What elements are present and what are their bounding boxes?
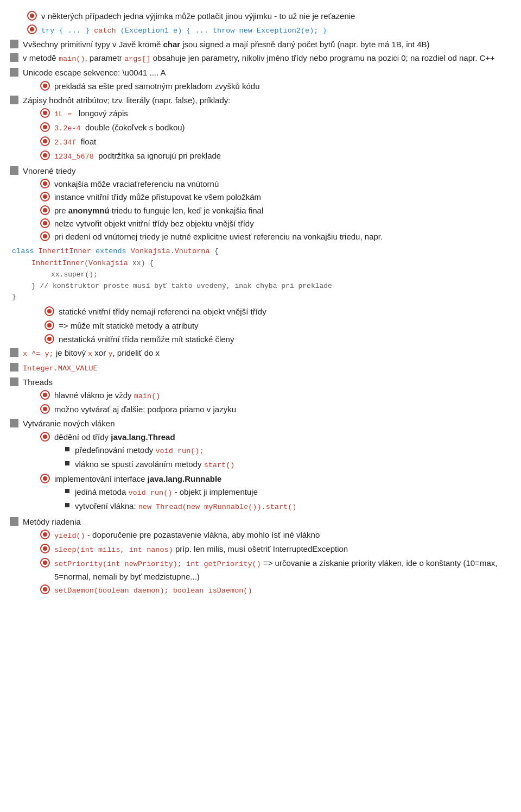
code-text: ( [84,259,88,267]
sub-item-text: hlavné vlákno je vždy main() [54,389,160,402]
sub-item-text: pri dedení od vnútornej triedy je nutné … [54,230,383,243]
list-item: v metodě main(), parametr args[] obsahuj… [10,52,509,65]
item-text: Zápisy hodnôt atribútov; tzv. literály (… [23,94,509,163]
sub-list-item: nelze vytvořit objekt vnitřní třídy bez … [23,217,509,230]
sub-item-text: setDaemon(boolean daemon); boolean isDae… [54,583,252,597]
code-inline: new Thread(new myRunnable()).start() [138,503,297,511]
sub-item-text: 3.2e-4 double (čokoľvek s bodkou) [54,121,185,135]
sub-list: prekladá sa ešte pred samotným prekladom… [23,80,509,92]
sub-list-item: možno vytvárať aj ďalšie; podpora priamo… [23,403,509,416]
sub-list-item: 2.34f float [23,135,509,149]
list-item: => může mít statické metody a atributy [10,319,509,332]
main-content: v některých případech jedna výjimka může… [10,10,509,597]
bullet-circle-icon [40,150,50,160]
list-item: Vnorené triedy vonkajšia môže vraciaťref… [10,165,509,244]
list-item: nestatická vnitřní třída nemůže mít stat… [10,333,509,345]
bullet-square-icon [10,363,18,372]
sub-list-item: 1L = longový zápis [23,107,509,121]
sub-item-text: vonkajšia môže vraciaťreferenciu na vnút… [54,178,219,190]
sub-list: 1L = longový zápis 3.2e-4 double (čokoľv… [23,107,509,163]
item-text: Metódy riadenia yield() - doporučenie pr… [23,515,509,597]
list-item: x ^= y; je bitový x xor y, prideliť do x [10,347,509,360]
sub-list-item: pre anonymnú triedu to funguje len, keď … [23,204,509,217]
bold-text: char [163,40,180,49]
item-text: statické vnitřní třídy nemají referenci … [59,305,509,318]
code-block-1: class InheritInner extends Vonkajsia.Vnu… [10,246,509,303]
bullet-square-icon [10,40,18,48]
bullet-square-icon [10,517,18,526]
code-inline: 1L = [54,110,72,118]
sub-sub-text: jediná metoda void run() - objekt ji imp… [75,486,258,499]
sub-list-item: dědění od třídy java.lang.Thread předefi… [23,431,509,472]
item-text: x ^= y; je bitový x xor y, prideliť do x [23,347,509,360]
sub-sub-item: předefinování metody void run(); [54,444,234,457]
bullet-circle-icon [40,404,50,414]
bullet-circle-icon [40,544,50,553]
bullet-circle-icon [40,432,50,442]
bullet-square-icon [10,68,18,77]
sub-list-item: instance vnitřní třídy může přistupovat … [23,191,509,203]
bullet-circle-icon [40,122,50,132]
code-inline: 2.34f [54,139,77,147]
bullet-small-icon [65,489,69,493]
bold-text: java.lang.Thread [111,432,175,442]
list-item: v některých případech jedna výjimka může… [10,10,509,22]
code-span: try { ... } [41,27,94,35]
bullet-circle-icon [27,24,37,34]
bullet-circle-icon [40,390,50,400]
sub-sub-item: jediná metoda void run() - objekt ji imp… [54,486,296,499]
code-inline: 3.2e-4 [54,124,81,133]
bullet-circle-icon [40,81,50,91]
sub-item-text: instance vnitřní třídy může přistupovat … [54,191,261,203]
item-text: Vytváranie nových vláken dědění od třídy… [23,417,509,514]
bullet-square-icon [10,348,18,357]
code-inline: x ^= y; [23,350,54,358]
sub-item-text: 1L = longový zápis [54,107,128,121]
sub-item-text: možno vytvárať aj ďalšie; podpora priamo… [54,403,236,416]
bullet-circle-icon [45,320,54,330]
sub-list-threads: hlavné vlákno je vždy main() možno vytvá… [23,389,509,416]
item-text: Vvšechny primitivní typy v Javě kromě ch… [23,38,509,51]
sub-item-text: prekladá sa ešte pred samotným prekladom… [54,80,260,92]
catch-keyword: catch [94,27,116,35]
list-item: statické vnitřní třídy nemají referenci … [10,305,509,318]
code-brace: { [214,247,219,255]
sub-list: vonkajšia môže vraciaťreferenciu na vnút… [23,178,509,243]
code-inline: yield() [54,532,85,540]
code-inline: void run() [128,489,172,497]
bullet-small-icon [65,447,69,451]
threads-label: Threads [23,377,53,387]
bullet-circle-icon [40,584,50,594]
code-type: Vonkajsia [88,259,132,267]
code-inline: Integer.MAX_VALUE [23,364,98,373]
sub-item-text: yield() - doporučenie pre pozastavenie v… [54,528,320,542]
bullet-circle-icon [40,108,50,118]
item-text: Threads hlavné vlákno je vždy main() mož… [23,376,509,416]
code-text: } // konštruktor proste musí byť takto u… [31,282,332,290]
bold-text: java.lang.Runnable [148,474,222,483]
sub-item-text: 2.34f float [54,135,96,149]
sub-list-item: vonkajšia môže vraciaťreferenciu na vnút… [23,178,509,190]
code-inline: y [108,350,112,358]
item-text: Unicode escape sekvence: \u0041 .... A p… [23,66,509,93]
code-line: xx.super(); [12,269,509,281]
sub-item-text: pre anonymnú triedu to funguje len, keď … [54,204,263,217]
sub-sub-item: vlákno se spustí zavoláním metody start(… [54,458,234,471]
code-inline: sleep(int milis, int nanos) [54,546,173,554]
item-text: Vnorené triedy vonkajšia môže vraciaťref… [23,165,509,244]
list-item: Vvšechny primitivní typy v Javě kromě ch… [10,38,509,51]
bullet-circle-icon [40,231,50,241]
bullet-small-icon [65,461,69,465]
code-inline: main() [59,55,85,63]
list-item: Unicode escape sekvence: \u0041 .... A p… [10,66,509,93]
sub-list-item: sleep(int milis, int nanos) príp. len mi… [23,543,509,556]
code-inline: main() [134,392,161,400]
bullet-circle-icon [40,192,50,202]
item-text: v některých případech jedna výjimka může… [41,10,509,22]
sub-list-item: yield() - doporučenie pre pozastavenie v… [23,528,509,542]
sub-sub-text: vytvoření vlákna: new Thread(new myRunna… [75,500,296,513]
sub-item-text: sleep(int milis, int nanos) príp. len mi… [54,543,348,556]
code-line: } // konštruktor proste musí byť takto u… [12,281,509,292]
bullet-circle-icon [40,474,50,483]
bullet-circle-icon [40,136,50,146]
